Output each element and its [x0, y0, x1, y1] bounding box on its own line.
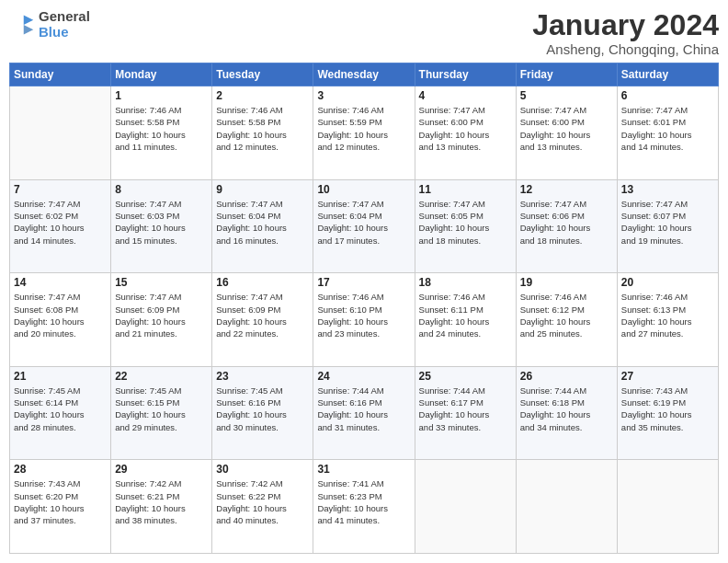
day-cell: 20Sunrise: 7:46 AMSunset: 6:13 PMDayligh… [617, 273, 718, 367]
day-info: Sunrise: 7:41 AMSunset: 6:23 PMDaylight:… [317, 477, 410, 526]
day-info: Sunrise: 7:47 AMSunset: 6:03 PMDaylight:… [115, 198, 208, 247]
calendar: SundayMondayTuesdayWednesdayThursdayFrid… [9, 63, 719, 554]
day-info: Sunrise: 7:47 AMSunset: 6:04 PMDaylight:… [317, 198, 410, 247]
day-info: Sunrise: 7:45 AMSunset: 6:16 PMDaylight:… [216, 385, 309, 433]
day-number: 3 [317, 89, 410, 102]
day-number: 29 [115, 463, 208, 476]
day-info: Sunrise: 7:43 AMSunset: 6:20 PMDaylight:… [14, 477, 107, 526]
day-cell: 22Sunrise: 7:45 AMSunset: 6:15 PMDayligh… [111, 366, 212, 460]
week-row-4: 21Sunrise: 7:45 AMSunset: 6:14 PMDayligh… [10, 366, 719, 460]
title-block: January 2024 Ansheng, Chongqing, China [532, 9, 719, 57]
day-info: Sunrise: 7:42 AMSunset: 6:22 PMDaylight:… [216, 477, 309, 526]
day-number: 24 [317, 370, 410, 383]
day-cell: 13Sunrise: 7:47 AMSunset: 6:07 PMDayligh… [617, 179, 718, 273]
day-cell [415, 460, 516, 554]
day-number: 19 [520, 276, 613, 289]
day-header-sunday: Sunday [10, 63, 111, 86]
day-number: 31 [317, 463, 410, 476]
day-info: Sunrise: 7:47 AMSunset: 6:06 PMDaylight:… [520, 198, 613, 247]
day-cell: 10Sunrise: 7:47 AMSunset: 6:04 PMDayligh… [313, 179, 415, 273]
month-title: January 2024 [532, 9, 719, 41]
day-cell: 15Sunrise: 7:47 AMSunset: 6:09 PMDayligh… [111, 273, 212, 367]
day-header-wednesday: Wednesday [313, 63, 415, 86]
week-row-3: 14Sunrise: 7:47 AMSunset: 6:08 PMDayligh… [10, 273, 719, 367]
day-number: 21 [14, 370, 107, 383]
day-cell: 12Sunrise: 7:47 AMSunset: 6:06 PMDayligh… [516, 179, 617, 273]
page: General Blue January 2024 Ansheng, Chong… [0, 0, 728, 563]
day-info: Sunrise: 7:47 AMSunset: 6:00 PMDaylight:… [520, 104, 613, 153]
svg-rect-0 [9, 12, 35, 38]
day-number: 13 [621, 183, 714, 196]
day-cell: 21Sunrise: 7:45 AMSunset: 6:14 PMDayligh… [10, 366, 111, 460]
day-info: Sunrise: 7:46 AMSunset: 6:13 PMDaylight:… [621, 291, 714, 339]
week-row-1: 1Sunrise: 7:46 AMSunset: 5:58 PMDaylight… [10, 86, 719, 180]
day-header-tuesday: Tuesday [212, 63, 313, 86]
day-number: 18 [419, 276, 512, 289]
day-info: Sunrise: 7:47 AMSunset: 6:02 PMDaylight:… [14, 198, 107, 247]
day-cell: 4Sunrise: 7:47 AMSunset: 6:00 PMDaylight… [415, 86, 516, 180]
day-cell [10, 86, 111, 180]
day-cell: 16Sunrise: 7:47 AMSunset: 6:09 PMDayligh… [212, 273, 313, 367]
header-row: SundayMondayTuesdayWednesdayThursdayFrid… [10, 63, 719, 86]
location: Ansheng, Chongqing, China [532, 41, 719, 57]
logo-blue: Blue [39, 25, 90, 40]
svg-marker-2 [24, 25, 34, 35]
day-info: Sunrise: 7:47 AMSunset: 6:00 PMDaylight:… [419, 104, 512, 153]
logo-general: General [39, 9, 90, 25]
day-number: 2 [216, 89, 309, 102]
day-info: Sunrise: 7:46 AMSunset: 5:58 PMDaylight:… [115, 104, 208, 153]
day-header-monday: Monday [111, 63, 212, 86]
day-header-saturday: Saturday [617, 63, 718, 86]
day-number: 1 [115, 89, 208, 102]
logo-text: General Blue [39, 9, 90, 40]
day-cell: 28Sunrise: 7:43 AMSunset: 6:20 PMDayligh… [10, 460, 111, 554]
day-cell: 18Sunrise: 7:46 AMSunset: 6:11 PMDayligh… [415, 273, 516, 367]
day-number: 4 [419, 89, 512, 102]
day-cell: 31Sunrise: 7:41 AMSunset: 6:23 PMDayligh… [313, 460, 415, 554]
day-cell: 29Sunrise: 7:42 AMSunset: 6:21 PMDayligh… [111, 460, 212, 554]
day-info: Sunrise: 7:46 AMSunset: 6:12 PMDaylight:… [520, 291, 613, 339]
day-number: 16 [216, 276, 309, 289]
day-info: Sunrise: 7:47 AMSunset: 6:09 PMDaylight:… [115, 291, 208, 339]
day-cell [617, 460, 718, 554]
day-cell: 9Sunrise: 7:47 AMSunset: 6:04 PMDaylight… [212, 179, 313, 273]
day-cell: 1Sunrise: 7:46 AMSunset: 5:58 PMDaylight… [111, 86, 212, 180]
day-number: 10 [317, 183, 410, 196]
week-row-2: 7Sunrise: 7:47 AMSunset: 6:02 PMDaylight… [10, 179, 719, 273]
day-cell: 6Sunrise: 7:47 AMSunset: 6:01 PMDaylight… [617, 86, 718, 180]
day-info: Sunrise: 7:45 AMSunset: 6:14 PMDaylight:… [14, 385, 107, 433]
day-number: 15 [115, 276, 208, 289]
day-number: 23 [216, 370, 309, 383]
day-cell: 27Sunrise: 7:43 AMSunset: 6:19 PMDayligh… [617, 366, 718, 460]
day-cell: 8Sunrise: 7:47 AMSunset: 6:03 PMDaylight… [111, 179, 212, 273]
day-number: 9 [216, 183, 309, 196]
day-info: Sunrise: 7:45 AMSunset: 6:15 PMDaylight:… [115, 385, 208, 433]
day-cell: 19Sunrise: 7:46 AMSunset: 6:12 PMDayligh… [516, 273, 617, 367]
day-number: 7 [14, 183, 107, 196]
day-info: Sunrise: 7:44 AMSunset: 6:18 PMDaylight:… [520, 385, 613, 433]
day-number: 30 [216, 463, 309, 476]
day-info: Sunrise: 7:46 AMSunset: 6:10 PMDaylight:… [317, 291, 410, 339]
day-number: 11 [419, 183, 512, 196]
day-info: Sunrise: 7:47 AMSunset: 6:07 PMDaylight:… [621, 198, 714, 247]
day-cell: 7Sunrise: 7:47 AMSunset: 6:02 PMDaylight… [10, 179, 111, 273]
day-cell: 23Sunrise: 7:45 AMSunset: 6:16 PMDayligh… [212, 366, 313, 460]
day-number: 22 [115, 370, 208, 383]
day-header-friday: Friday [516, 63, 617, 86]
day-number: 12 [520, 183, 613, 196]
day-info: Sunrise: 7:47 AMSunset: 6:08 PMDaylight:… [14, 291, 107, 339]
day-info: Sunrise: 7:47 AMSunset: 6:01 PMDaylight:… [621, 104, 714, 153]
day-number: 6 [621, 89, 714, 102]
day-info: Sunrise: 7:47 AMSunset: 6:04 PMDaylight:… [216, 198, 309, 247]
day-cell: 30Sunrise: 7:42 AMSunset: 6:22 PMDayligh… [212, 460, 313, 554]
day-header-thursday: Thursday [415, 63, 516, 86]
day-cell: 2Sunrise: 7:46 AMSunset: 5:58 PMDaylight… [212, 86, 313, 180]
svg-marker-1 [24, 15, 34, 25]
day-cell: 25Sunrise: 7:44 AMSunset: 6:17 PMDayligh… [415, 366, 516, 460]
day-number: 26 [520, 370, 613, 383]
day-cell: 3Sunrise: 7:46 AMSunset: 5:59 PMDaylight… [313, 86, 415, 180]
logo-icon [9, 12, 35, 38]
day-info: Sunrise: 7:42 AMSunset: 6:21 PMDaylight:… [115, 477, 208, 526]
day-number: 28 [14, 463, 107, 476]
day-info: Sunrise: 7:44 AMSunset: 6:17 PMDaylight:… [419, 385, 512, 433]
